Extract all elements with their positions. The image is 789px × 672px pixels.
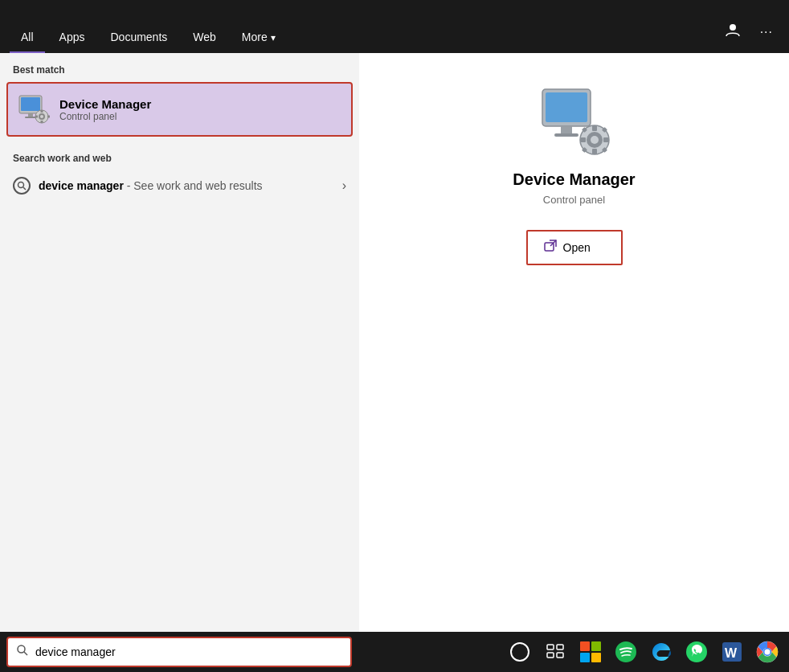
svg-rect-11 xyxy=(47,116,50,118)
taskbar: device manager xyxy=(0,632,789,672)
ellipsis-icon: ··· xyxy=(760,25,773,39)
svg-rect-39 xyxy=(591,641,601,651)
search-overlay: All Apps Documents Web More ▾ ··· xyxy=(0,0,789,672)
best-match-result[interactable]: Device Manager Control panel xyxy=(6,82,353,137)
tab-more[interactable]: More ▾ xyxy=(231,0,287,53)
taskbar-whatsapp-button[interactable] xyxy=(681,637,712,667)
svg-point-7 xyxy=(40,115,43,118)
open-button[interactable]: Open xyxy=(526,230,623,265)
person-icon xyxy=(725,22,741,38)
device-manager-svg xyxy=(18,94,50,125)
detail-subtitle: Control panel xyxy=(543,194,605,206)
tab-web[interactable]: Web xyxy=(182,0,227,53)
taskbar-edge-button[interactable] xyxy=(646,637,677,667)
svg-line-13 xyxy=(23,187,26,190)
svg-text:W: W xyxy=(725,646,738,660)
tab-apps-label: Apps xyxy=(59,31,85,43)
svg-point-0 xyxy=(730,24,736,31)
svg-rect-41 xyxy=(591,653,601,662)
device-manager-icon-small xyxy=(18,93,50,125)
chrome-icon xyxy=(756,641,779,663)
taskbar-store-button[interactable] xyxy=(575,637,606,667)
svg-rect-24 xyxy=(603,137,609,142)
best-match-title: Device Manager xyxy=(59,97,151,111)
web-search-text: device manager - See work and web result… xyxy=(39,178,263,193)
open-external-icon xyxy=(544,240,557,256)
svg-rect-9 xyxy=(41,121,43,123)
search-suffix-text: - See work and web results xyxy=(124,179,263,192)
svg-rect-23 xyxy=(580,137,586,142)
circle-icon xyxy=(509,641,530,662)
more-options-button[interactable]: ··· xyxy=(754,20,779,43)
tab-more-label: More xyxy=(242,31,268,43)
svg-point-33 xyxy=(511,643,529,661)
chevron-right-icon: › xyxy=(342,178,346,193)
external-link-icon xyxy=(544,240,557,252)
nav-bar: All Apps Documents Web More ▾ ··· xyxy=(0,0,789,53)
word-icon: W xyxy=(721,641,743,663)
taskbar-search-text: device manager xyxy=(35,645,116,658)
spotify-icon xyxy=(615,641,637,663)
detail-title: Device Manager xyxy=(513,170,635,189)
web-search-icon xyxy=(13,177,31,195)
profile-button[interactable] xyxy=(718,18,747,45)
svg-rect-2 xyxy=(21,97,40,111)
device-manager-large-svg xyxy=(538,85,611,158)
svg-rect-8 xyxy=(41,110,43,113)
taskbar-spotify-button[interactable] xyxy=(611,637,641,667)
tab-apps[interactable]: Apps xyxy=(48,0,96,53)
left-panel: Best match xyxy=(0,53,359,632)
best-match-subtitle: Control panel xyxy=(59,111,151,122)
taskbar-search-icon xyxy=(16,644,29,660)
web-search-item[interactable]: device manager - See work and web result… xyxy=(0,170,359,201)
taskbar-search-bar[interactable]: device manager xyxy=(6,637,352,667)
taskbar-word-button[interactable]: W xyxy=(717,637,747,667)
svg-rect-15 xyxy=(546,92,587,122)
search-icon xyxy=(16,644,29,657)
nav-right-controls: ··· xyxy=(718,18,779,53)
svg-rect-17 xyxy=(554,133,578,137)
magnifier-icon xyxy=(17,181,27,191)
taskbar-task-view-button[interactable] xyxy=(540,637,570,667)
svg-line-32 xyxy=(24,652,27,655)
device-manager-detail-icon xyxy=(538,85,611,158)
best-match-text: Device Manager Control panel xyxy=(59,97,151,122)
tab-documents-label: Documents xyxy=(110,31,167,43)
tab-web-label: Web xyxy=(193,31,216,43)
svg-point-12 xyxy=(18,182,24,188)
tab-all[interactable]: All xyxy=(10,0,45,53)
taskbar-icons: W xyxy=(505,637,783,667)
svg-rect-4 xyxy=(25,117,36,118)
more-chevron-icon: ▾ xyxy=(271,32,276,43)
store-icon xyxy=(579,641,602,663)
open-button-label: Open xyxy=(563,241,591,254)
svg-rect-10 xyxy=(35,116,38,118)
svg-rect-36 xyxy=(547,653,554,658)
task-view-icon xyxy=(546,642,565,662)
whatsapp-icon xyxy=(685,641,708,663)
svg-point-31 xyxy=(18,645,25,653)
svg-point-49 xyxy=(765,649,771,655)
svg-rect-22 xyxy=(592,149,597,154)
svg-rect-40 xyxy=(580,653,590,662)
tab-documents[interactable]: Documents xyxy=(99,0,178,53)
tab-all-label: All xyxy=(21,31,34,43)
edge-icon xyxy=(650,641,672,663)
svg-rect-38 xyxy=(580,641,590,651)
search-content: Best match xyxy=(0,53,789,632)
search-query-text: device manager xyxy=(39,179,124,192)
svg-rect-16 xyxy=(561,126,572,134)
right-panel: Device Manager Control panel Open xyxy=(359,53,789,632)
svg-rect-35 xyxy=(557,645,563,649)
web-section-label: Search work and web xyxy=(0,143,359,170)
svg-rect-34 xyxy=(547,645,554,649)
best-match-label: Best match xyxy=(0,53,359,82)
svg-point-20 xyxy=(591,136,599,144)
svg-rect-37 xyxy=(557,653,563,658)
taskbar-search-button[interactable] xyxy=(505,637,535,667)
taskbar-chrome-button[interactable] xyxy=(752,637,783,667)
svg-rect-21 xyxy=(592,125,597,131)
